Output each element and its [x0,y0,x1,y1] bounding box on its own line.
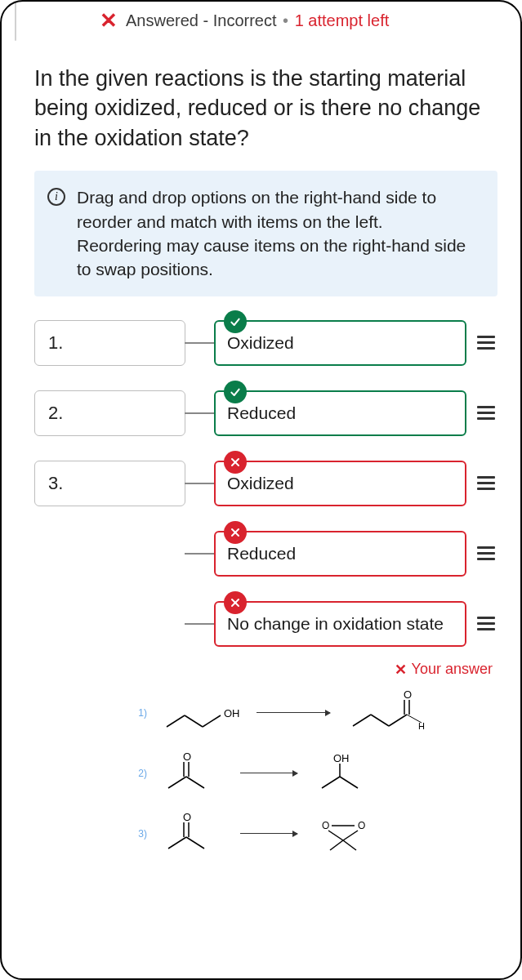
drag-handle[interactable] [475,476,497,490]
reaction-3: 3) O O O [132,808,481,860]
match-row-5: No change in oxidation state [34,599,497,649]
match-row-3: 3. Oxidized [34,458,497,509]
svg-text:O: O [358,820,365,831]
svg-line-7 [185,715,203,727]
right-item-4[interactable]: Reduced [214,531,466,577]
svg-line-38 [343,840,356,850]
molecule-acetal: O O [312,811,394,857]
svg-text:O: O [183,751,191,763]
x-icon [224,591,247,614]
scrollbar[interactable] [15,2,16,41]
match-row-4: Reduced [34,528,497,579]
molecule-ketone: O [160,751,225,796]
x-icon: ✕ [100,10,118,31]
svg-line-24 [340,777,358,788]
right-item-5[interactable]: No change in oxidation state [214,601,466,647]
drag-handle[interactable] [475,546,497,560]
your-answer-label: ✕ Your answer [34,661,493,679]
match-row-2: 2. Reduced [34,388,497,439]
drag-handle[interactable] [475,336,497,350]
arrow-icon [240,773,297,773]
svg-text:O: O [322,820,329,831]
right-item-label: No change in oxidation state [227,614,444,634]
arrow-icon [257,712,330,713]
svg-line-11 [371,715,389,726]
right-item-label: Oxidized [227,333,294,353]
connector [185,342,214,344]
right-item-label: Reduced [227,544,296,564]
molecule-ketone2: O [160,811,225,857]
svg-line-23 [322,777,340,788]
drag-handle[interactable] [475,406,497,420]
left-item-2: 2. [34,390,185,436]
svg-line-34 [328,831,343,840]
reaction-2: 2) O OH [132,747,481,800]
right-item-1[interactable]: Oxidized [214,320,466,366]
svg-line-27 [168,837,186,849]
svg-line-12 [389,715,407,726]
question-text: In the given reactions is the starting m… [34,64,497,153]
svg-text:OH: OH [333,752,350,764]
reaction-num: 3) [132,828,147,840]
svg-line-35 [343,831,358,840]
connector [185,483,214,484]
right-item-label: Oxidized [227,474,294,493]
x-icon [224,451,247,474]
svg-line-6 [167,715,185,727]
x-icon [224,521,247,544]
connector [185,412,214,414]
molecule-aldehyde: O H [345,688,435,737]
svg-line-37 [330,840,343,850]
right-item-3[interactable]: Oxidized [214,461,466,506]
info-icon: i [47,188,65,206]
svg-line-19 [186,777,204,788]
check-icon [224,310,247,333]
status-text: Answered - Incorrect • 1 attempt left [126,11,389,30]
instruction-text: Drag and drop options on the right-hand … [77,185,481,282]
svg-line-18 [168,777,186,788]
reaction-num: 1) [132,707,147,719]
right-item-2[interactable]: Reduced [214,390,466,436]
status-row: ✕ Answered - Incorrect • 1 attempt left [34,2,497,39]
arrow-icon [240,833,297,834]
molecule-alcohol: OH [160,693,242,733]
left-item-3: 3. [34,461,185,506]
svg-line-28 [186,837,204,849]
match-row-1: 1. Oxidized [34,318,497,368]
left-item-1: 1. [34,320,185,366]
molecule-alcohol2: OH [312,751,386,796]
connector [185,623,214,625]
svg-text:O: O [404,688,412,701]
svg-text:H: H [418,721,425,731]
reactions-figure: 1) OH O H [34,687,497,860]
svg-line-10 [353,715,371,726]
right-item-label: Reduced [227,403,296,423]
reaction-num: 2) [132,768,147,779]
drag-handle[interactable] [475,617,497,630]
x-icon: ✕ [395,661,407,679]
connector [185,553,214,555]
svg-line-8 [203,715,221,727]
check-icon [224,381,247,403]
svg-text:O: O [183,811,191,823]
svg-text:OH: OH [224,707,240,719]
match-area: 1. Oxidized 2. [34,318,497,649]
instruction-box: i Drag and drop options on the right-han… [34,171,497,296]
reaction-1: 1) OH O H [132,687,481,739]
